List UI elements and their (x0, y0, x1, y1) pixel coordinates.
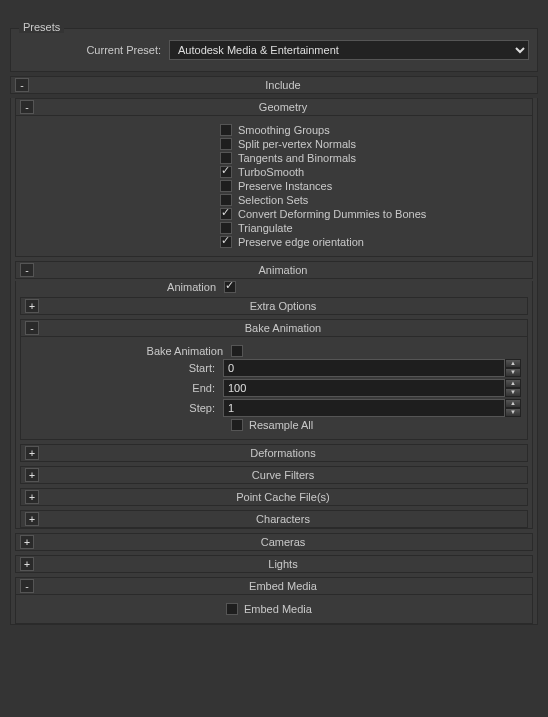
embed-media-label: Embed Media (244, 603, 312, 615)
geometry-option-row: Preserve Instances (16, 180, 526, 192)
geometry-option-row: Triangulate (16, 222, 526, 234)
geometry-option-row: Selection Sets (16, 194, 526, 206)
resample-label: Resample All (249, 419, 313, 431)
selection-sets-checkbox[interactable] (220, 194, 232, 206)
characters-toggle[interactable]: + (25, 512, 39, 526)
deformations-section: + Deformations (20, 444, 528, 462)
point-cache-toggle[interactable]: + (25, 490, 39, 504)
characters-section: + Characters (20, 510, 528, 528)
geometry-section: - Geometry Smoothing Groups Split per-ve… (15, 98, 533, 257)
curve-filters-toggle[interactable]: + (25, 468, 39, 482)
step-spin-up[interactable]: ▲ (505, 399, 521, 408)
convert-dummies-label: Convert Deforming Dummies to Bones (238, 208, 426, 220)
deformations-header[interactable]: + Deformations (20, 444, 528, 462)
embed-media-option-row: Embed Media (22, 603, 526, 615)
bake-enable-row: Bake Animation (27, 345, 521, 357)
end-row: End: ▲▼ (27, 379, 521, 397)
convert-dummies-checkbox[interactable] (220, 208, 232, 220)
preserve-instances-label: Preserve Instances (238, 180, 332, 192)
geometry-toggle[interactable]: - (20, 100, 34, 114)
lights-title: Lights (34, 558, 532, 570)
embed-media-title: Embed Media (34, 580, 532, 592)
end-spin-up[interactable]: ▲ (505, 379, 521, 388)
include-toggle[interactable]: - (15, 78, 29, 92)
embed-media-toggle[interactable]: - (20, 579, 34, 593)
lights-section: + Lights (15, 555, 533, 573)
extra-options-header[interactable]: + Extra Options (20, 297, 528, 315)
cameras-title: Cameras (34, 536, 532, 548)
point-cache-title: Point Cache File(s) (39, 491, 527, 503)
cameras-toggle[interactable]: + (20, 535, 34, 549)
lights-toggle[interactable]: + (20, 557, 34, 571)
animation-enable-checkbox[interactable] (224, 281, 236, 293)
curve-filters-header[interactable]: + Curve Filters (20, 466, 528, 484)
start-spin-down[interactable]: ▼ (505, 368, 521, 377)
start-input[interactable] (223, 359, 505, 377)
animation-title: Animation (34, 264, 532, 276)
turbosmooth-checkbox[interactable] (220, 166, 232, 178)
deformations-title: Deformations (39, 447, 527, 459)
lights-header[interactable]: + Lights (15, 555, 533, 573)
include-title: Include (29, 79, 537, 91)
presets-legend: Presets (19, 21, 64, 33)
resample-checkbox[interactable] (231, 419, 243, 431)
animation-enable-row: Animation (20, 281, 528, 293)
point-cache-header[interactable]: + Point Cache File(s) (20, 488, 528, 506)
step-input[interactable] (223, 399, 505, 417)
current-preset-dropdown[interactable]: Autodesk Media & Entertainment (169, 40, 529, 60)
geometry-option-row: Smoothing Groups (16, 124, 526, 136)
split-normals-label: Split per-vertex Normals (238, 138, 356, 150)
embed-media-checkbox[interactable] (226, 603, 238, 615)
end-spin-down[interactable]: ▼ (505, 388, 521, 397)
cameras-section: + Cameras (15, 533, 533, 551)
triangulate-checkbox[interactable] (220, 222, 232, 234)
end-label: End: (27, 382, 223, 394)
animation-section: - Animation Animation + Extra Options (15, 261, 533, 529)
characters-title: Characters (39, 513, 527, 525)
geometry-header[interactable]: - Geometry (15, 98, 533, 116)
geometry-option-row: Tangents and Binormals (16, 152, 526, 164)
geometry-option-row: Split per-vertex Normals (16, 138, 526, 150)
geometry-option-row: TurboSmooth (16, 166, 526, 178)
step-spin-down[interactable]: ▼ (505, 408, 521, 417)
deformations-toggle[interactable]: + (25, 446, 39, 460)
start-spin-up[interactable]: ▲ (505, 359, 521, 368)
smoothing-groups-label: Smoothing Groups (238, 124, 330, 136)
presets-group: Presets Current Preset: Autodesk Media &… (10, 28, 538, 72)
step-label: Step: (27, 402, 223, 414)
curve-filters-section: + Curve Filters (20, 466, 528, 484)
bake-animation-toggle[interactable]: - (25, 321, 39, 335)
extra-options-section: + Extra Options (20, 297, 528, 315)
end-input[interactable] (223, 379, 505, 397)
turbosmooth-label: TurboSmooth (238, 166, 304, 178)
selection-sets-label: Selection Sets (238, 194, 308, 206)
resample-row: Resample All (27, 419, 521, 431)
include-header[interactable]: - Include (10, 76, 538, 94)
geometry-option-row: Preserve edge orientation (16, 236, 526, 248)
step-row: Step: ▲▼ (27, 399, 521, 417)
point-cache-section: + Point Cache File(s) (20, 488, 528, 506)
split-normals-checkbox[interactable] (220, 138, 232, 150)
triangulate-label: Triangulate (238, 222, 293, 234)
geometry-title: Geometry (34, 101, 532, 113)
tangents-checkbox[interactable] (220, 152, 232, 164)
embed-media-section: - Embed Media Embed Media (15, 577, 533, 624)
current-preset-label: Current Preset: (19, 44, 169, 56)
geometry-option-row: Convert Deforming Dummies to Bones (16, 208, 526, 220)
animation-toggle[interactable]: - (20, 263, 34, 277)
preserve-edge-checkbox[interactable] (220, 236, 232, 248)
embed-media-header[interactable]: - Embed Media (15, 577, 533, 595)
characters-header[interactable]: + Characters (20, 510, 528, 528)
preserve-instances-checkbox[interactable] (220, 180, 232, 192)
cameras-header[interactable]: + Cameras (15, 533, 533, 551)
bake-enable-label: Bake Animation (147, 345, 223, 357)
animation-header[interactable]: - Animation (15, 261, 533, 279)
bake-animation-title: Bake Animation (39, 322, 527, 334)
bake-animation-header[interactable]: - Bake Animation (20, 319, 528, 337)
include-section: - Include - Geometry Smoothing Groups Sp… (10, 76, 538, 625)
bake-animation-section: - Bake Animation Bake Animation Start: (20, 319, 528, 440)
tangents-label: Tangents and Binormals (238, 152, 356, 164)
smoothing-groups-checkbox[interactable] (220, 124, 232, 136)
bake-enable-checkbox[interactable] (231, 345, 243, 357)
extra-options-toggle[interactable]: + (25, 299, 39, 313)
